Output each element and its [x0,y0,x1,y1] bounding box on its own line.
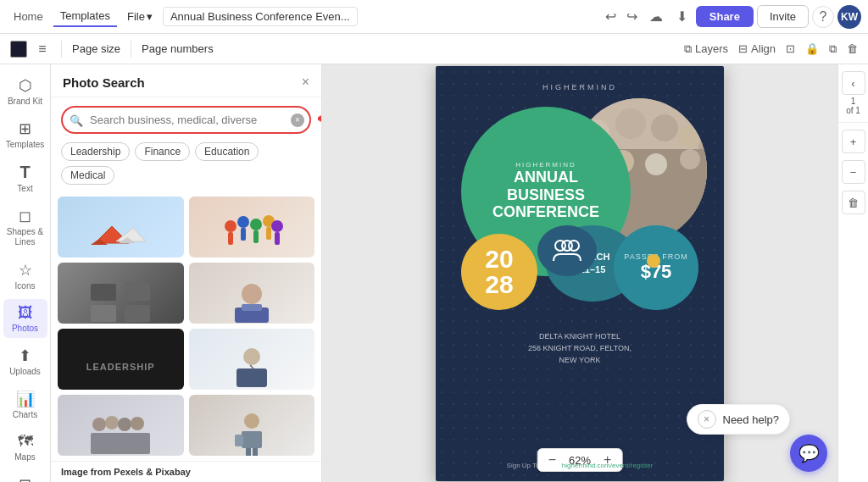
svg-point-45 [645,153,667,175]
chat-icon: 💬 [798,443,820,463]
svg-rect-34 [253,448,258,456]
doc-title[interactable]: Annual Business Conference Even... [163,7,358,26]
photo-grid: LEADERSHIP [51,191,321,461]
lock-button[interactable]: 🔒 [805,42,819,55]
sidebar-item-shapes[interactable]: ◻ Shapes &Lines [3,202,47,252]
svg-rect-17 [125,282,150,301]
svg-rect-14 [266,227,271,240]
add-page-button[interactable]: + [842,130,865,153]
layers-button[interactable]: ⧉ Layers [684,42,728,56]
panel-title: Photo Search [63,75,145,90]
sidebar: ⬡ Brand Kit ⊞ Templates T Text ◻ Shapes … [0,64,51,482]
svg-point-40 [651,114,678,141]
photo-thumb-6[interactable] [189,329,315,390]
brand-kit-icon: ⬡ [19,76,32,95]
redo-button[interactable]: ↪ [623,5,641,28]
filter-tag-medical[interactable]: Medical [61,166,114,185]
svg-line-25 [250,365,253,368]
photo-thumb-1[interactable] [58,197,184,258]
sidebar-item-photos[interactable]: 🖼 Photos [3,299,47,338]
svg-point-8 [250,219,262,230]
photo-thumb-8[interactable] [189,395,315,456]
svg-point-31 [244,413,259,429]
circle-icon [537,225,597,276]
nav-file[interactable]: File ▾ [120,7,159,26]
leadership-photo: LEADERSHIP [58,329,184,390]
need-help-close-button[interactable]: × [698,410,716,429]
svg-rect-12 [241,228,246,241]
svg-rect-15 [275,232,280,245]
canvas-area[interactable]: HIGHERMIND [322,64,837,482]
svg-point-20 [242,284,262,304]
remove-page-button[interactable]: − [842,160,865,184]
toolbar-right: ⧉ Layers ⊟ Align ⊡ 🔒 ⧉ 🗑 [684,42,858,56]
sidebar-item-uploads[interactable]: ⬆ Uploads [3,341,47,381]
sidebar-item-maps[interactable]: 🗺 Maps [3,428,47,467]
search-icon: 🔍 [70,114,83,126]
nav-templates[interactable]: Templates [53,6,117,27]
search-input[interactable] [61,106,311,134]
align-button[interactable]: ⊟ Align [738,42,776,55]
panel-footer: Image from Pexels & Pixabay [51,461,321,482]
page-size-label[interactable]: Page size [72,42,120,55]
svg-point-28 [118,418,131,431]
poster-brand: HIGHERMIND [542,83,617,91]
small-dot [647,254,660,268]
invite-button[interactable]: Invite [757,5,809,28]
sidebar-item-qr[interactable]: ⊟ QR Code [3,470,47,482]
align-icon: ⊟ [738,42,748,55]
avatar[interactable]: KW [837,5,861,29]
poster-title: ANNUAL BUSINESS CONFERENCE [482,169,609,221]
filter-tag-finance[interactable]: Finance [135,142,190,161]
poster-bottom: Sign Up Today at: highermind.com/event/r… [507,462,654,469]
delete-button[interactable]: 🗑 [847,42,858,55]
svg-rect-19 [125,305,150,322]
need-help-button[interactable]: × Need help? [687,404,791,435]
photo-thumb-4[interactable] [189,263,315,324]
copy-button[interactable]: ⧉ [829,42,837,56]
sidebar-item-icons[interactable]: ☆ Icons [3,256,47,296]
toolbar-divider2 [131,41,131,58]
svg-point-39 [615,108,646,139]
nav-home[interactable]: Home [7,7,50,26]
photo-thumb-7[interactable] [58,395,184,456]
trash-button[interactable]: 🗑 [842,191,865,214]
text-icon: T [19,163,30,182]
sidebar-item-brand-kit[interactable]: ⬡ Brand Kit [3,71,47,111]
svg-rect-30 [91,433,150,454]
sidebar-item-text[interactable]: T Text [3,158,47,198]
filter-tag-education[interactable]: Education [195,142,259,161]
sidebar-item-charts[interactable]: 📊 Charts [3,385,47,424]
photos-icon: 🖼 [18,304,33,322]
chat-bubble-button[interactable]: 💬 [790,435,827,472]
charts-icon: 📊 [16,390,35,408]
color-picker[interactable] [10,41,27,58]
svg-point-10 [271,220,283,232]
crop-button[interactable]: ⊡ [786,42,795,55]
panel-close-button[interactable]: × [302,75,309,90]
photo-thumb-2[interactable] [189,197,315,258]
right-sidebar: ‹ 1 of 1 + − 🗑 [837,64,868,482]
svg-point-7 [237,216,249,228]
nav-chevron-left-button[interactable]: ‹ [842,71,865,95]
sidebar-item-templates[interactable]: ⊞ Templates [3,114,47,154]
qr-icon: ⊟ [19,475,31,482]
panel-header: Photo Search × [51,64,321,97]
share-button[interactable]: Share [696,6,754,27]
cloud-icon[interactable]: ☁ [644,5,668,28]
svg-point-49 [562,241,572,251]
search-clear-button[interactable]: × [291,114,304,127]
photo-thumb-3[interactable] [58,263,184,324]
photo-thumb-5[interactable]: LEADERSHIP [58,329,184,390]
page-numbers-label[interactable]: Page numbers [142,42,214,55]
shapes-icon: ◻ [19,207,31,225]
svg-point-46 [680,149,700,169]
undo-button[interactable]: ↩ [602,5,620,28]
filter-tag-leadership[interactable]: Leadership [61,142,130,161]
svg-rect-16 [91,284,116,301]
help-icon[interactable]: ? [812,6,834,28]
svg-point-26 [92,418,106,431]
download-icon[interactable]: ⬇ [671,5,693,28]
pattern-picker[interactable]: ≡ [34,41,51,58]
svg-point-27 [105,416,119,429]
